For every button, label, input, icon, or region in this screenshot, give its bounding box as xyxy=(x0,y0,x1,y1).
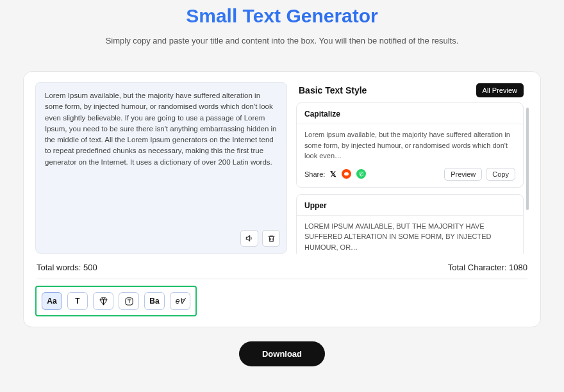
download-button[interactable]: Download xyxy=(239,341,325,366)
t-circle-icon xyxy=(124,297,134,306)
share-group: Share: 𝕏 ✆ xyxy=(304,169,366,179)
diamond-icon xyxy=(99,297,108,306)
style-name: Upper xyxy=(304,201,515,210)
output-heading: Basic Text Style xyxy=(299,85,367,95)
style-card-upper: Upper LOREM IPSUM AVAILABLE, BUT THE MAJ… xyxy=(296,194,524,254)
speaker-icon xyxy=(245,234,254,243)
toggle-aa[interactable]: Aa xyxy=(42,292,62,310)
share-label: Share: xyxy=(304,170,325,178)
trash-icon xyxy=(267,234,276,243)
style-name: Capitalize xyxy=(304,110,515,118)
divider xyxy=(297,124,523,124)
word-count: Total words: 500 xyxy=(37,263,97,272)
divider xyxy=(37,279,527,279)
style-body: Lorem ipsum available, but the majority … xyxy=(304,129,515,161)
page-title: Small Text Generator xyxy=(0,0,564,27)
char-count: Total Character: 1080 xyxy=(448,263,527,272)
reddit-icon[interactable] xyxy=(342,169,351,179)
speak-button[interactable] xyxy=(240,230,258,247)
style-toggles: Aa T Ba e∀ xyxy=(35,286,197,316)
style-card-capitalize: Capitalize Lorem ipsum available, but th… xyxy=(296,102,524,188)
copy-button[interactable]: Copy xyxy=(486,168,515,181)
toggle-t-circle[interactable] xyxy=(119,292,139,310)
page-subtitle: Simply copy and paste your title and con… xyxy=(0,36,564,45)
styles-list: Capitalize Lorem ipsum available, but th… xyxy=(296,102,529,254)
toggle-t[interactable]: T xyxy=(67,292,88,310)
output-panel: Basic Text Style All Preview Capitalize … xyxy=(296,82,529,254)
style-body: LOREM IPSUM AVAILABLE, BUT THE MAJORITY … xyxy=(304,221,515,253)
toggle-diamond[interactable] xyxy=(93,292,113,310)
whatsapp-icon[interactable]: ✆ xyxy=(356,169,366,179)
main-card: Lorem Ipsum available, but the majority … xyxy=(23,71,541,327)
x-icon[interactable]: 𝕏 xyxy=(330,170,336,179)
all-preview-button[interactable]: All Preview xyxy=(476,83,524,97)
delete-button[interactable] xyxy=(262,230,280,247)
preview-button[interactable]: Preview xyxy=(444,168,482,181)
toggle-ev[interactable]: e∀ xyxy=(170,292,190,310)
input-panel[interactable]: Lorem Ipsum available, but the majority … xyxy=(35,82,287,254)
toggle-ba[interactable]: Ba xyxy=(144,292,165,310)
divider xyxy=(297,215,523,216)
input-text: Lorem Ipsum available, but the majority … xyxy=(45,90,278,168)
